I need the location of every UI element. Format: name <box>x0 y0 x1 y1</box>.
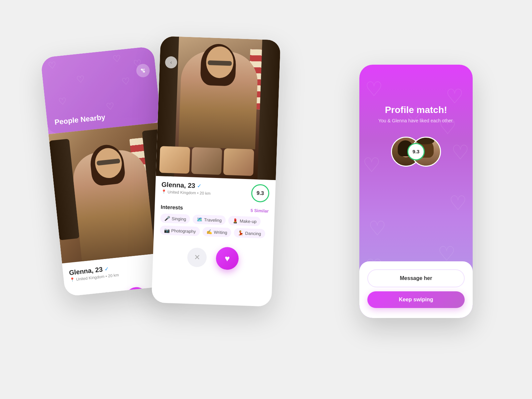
phone2-profile-photo: ‹ <box>156 36 280 180</box>
interests-row-2: 📷 Photography ✍️ Writing 💃 Dancing <box>160 225 268 238</box>
tag-singing[interactable]: 🎤 Singing <box>160 213 190 224</box>
match-avatars-row: 9.3 <box>391 137 441 167</box>
tag-makeup[interactable]: 💄 Make-up <box>228 216 261 226</box>
phone-profile-detail: ‹ Glenna, 23 <box>151 36 281 306</box>
phone1-header: ♡ ♡ ♡ ♡ ♡ ♡ ♡ People Nearby <box>40 46 161 134</box>
interests-title: Interests <box>161 204 183 211</box>
interests-row-1: 🎤 Singing 🗺️ Traveling 💄 Make-up <box>160 213 269 226</box>
keep-swiping-button[interactable]: Keep swiping <box>367 291 465 308</box>
photography-icon: 📷 <box>164 227 170 233</box>
message-button[interactable]: Message her <box>367 269 465 287</box>
phone2-verified-icon: ✓ <box>197 183 202 189</box>
phone2-location: United Kingdom • 20 km <box>168 189 211 195</box>
similar-count: 5 Similar <box>251 208 269 213</box>
like-button[interactable]: ♥ <box>124 286 149 297</box>
thumbnail-2[interactable] <box>191 147 222 175</box>
verified-icon: ✓ <box>104 265 109 272</box>
svg-point-4 <box>144 71 145 72</box>
phone-match-screen: ♡ ♡ ♡ ♡ ♡ ♡ ♡ ♡ ♡ ♡ Profile match! You &… <box>359 65 473 318</box>
phone2-location-row: 📍 United Kingdom • 20 km <box>161 189 211 196</box>
tag-photography[interactable]: 📷 Photography <box>160 225 200 236</box>
traveling-icon: 🗺️ <box>197 217 203 222</box>
thumbnail-3[interactable] <box>223 148 254 176</box>
makeup-icon: 💄 <box>232 218 238 223</box>
writing-icon: ✍️ <box>206 229 212 235</box>
dismiss-button[interactable]: ✕ <box>97 291 118 296</box>
match-title: Profile match! <box>385 105 447 115</box>
tag-dancing[interactable]: 💃 Dancing <box>234 228 265 238</box>
svg-line-1 <box>142 70 144 71</box>
scene: ♡ ♡ ♡ ♡ ♡ ♡ ♡ People Nearby <box>33 25 499 375</box>
phone2-info-bar: Glenna, 23 ✓ 📍 United Kingdom • 20 km 9.… <box>155 176 276 205</box>
location-pin-icon: 📍 <box>70 277 75 282</box>
phone2-dismiss-button[interactable]: ✕ <box>187 247 207 267</box>
phone2-location-pin-icon: 📍 <box>161 189 166 194</box>
phone2-score-circle: 9.3 <box>251 184 270 202</box>
phone2-name-row: Glenna, 23 ✓ <box>161 181 211 190</box>
thumbnail-1[interactable] <box>159 146 190 174</box>
photo-thumbnails <box>156 146 277 177</box>
tag-traveling[interactable]: 🗺️ Traveling <box>193 214 226 225</box>
svg-point-3 <box>141 69 142 70</box>
interests-header: Interests 5 Similar <box>161 204 269 214</box>
phone2-name: Glenna, 23 <box>161 181 195 190</box>
phone2-like-button[interactable]: ♥ <box>216 247 239 270</box>
match-score-badge: 9.3 <box>407 143 425 160</box>
dancing-icon: 💃 <box>238 230 244 236</box>
tag-writing[interactable]: ✍️ Writing <box>202 227 231 237</box>
match-bottom-panel: Message her Keep swiping <box>359 261 473 318</box>
interests-section: Interests 5 Similar 🎤 Singing 🗺️ Traveli… <box>154 201 275 244</box>
phone2-action-buttons: ✕ ♥ <box>152 240 273 276</box>
singing-icon: 🎤 <box>164 215 170 221</box>
match-content: Profile match! You & Glenna have liked e… <box>359 65 473 261</box>
match-subtitle: You & Glenna have liked each other. <box>368 118 464 123</box>
